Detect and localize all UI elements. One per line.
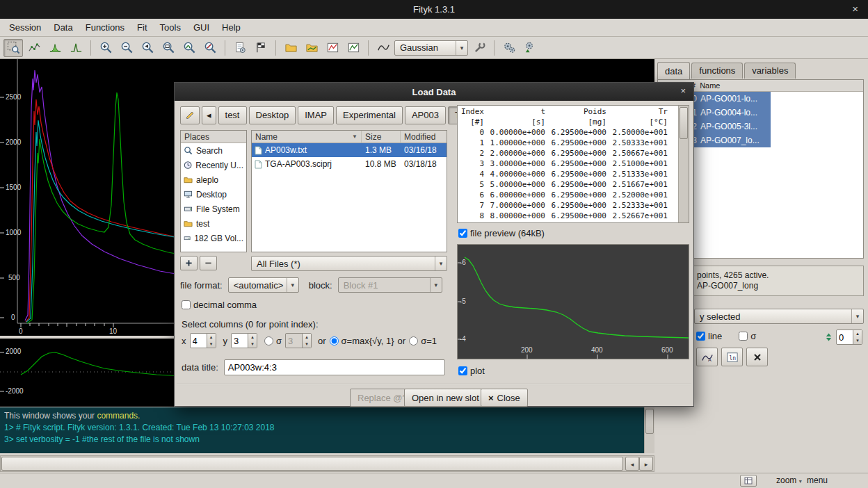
run-fit-gears-icon[interactable]: [499, 39, 519, 57]
gui-config-flag-icon[interactable]: [251, 39, 271, 57]
menu-session[interactable]: Session: [3, 19, 47, 35]
window-close-icon[interactable]: ×: [852, 3, 858, 15]
peak-outline-icon[interactable]: [66, 39, 86, 57]
place-recently-used[interactable]: Recently U...: [181, 158, 246, 172]
spin-up-icon[interactable]: ▴: [207, 334, 216, 341]
tab-functions[interactable]: functions: [691, 63, 743, 79]
console-vscrollbar-thumb[interactable]: [645, 409, 654, 434]
sigma-max-radio-label[interactable]: σ=max{√y, 1}: [330, 336, 394, 346]
menu-gui[interactable]: GUI: [187, 19, 216, 35]
place-home[interactable]: aleplo: [181, 172, 246, 187]
menu-data[interactable]: Data: [47, 19, 79, 35]
place-search[interactable]: Search: [181, 143, 246, 158]
scroll-left-icon[interactable]: ◂: [625, 457, 639, 471]
column-header-size[interactable]: Size: [362, 131, 401, 143]
function-type-select[interactable]: Gaussian ▾: [394, 40, 468, 56]
spin-down-icon[interactable]: ▾: [853, 337, 862, 344]
place-desktop[interactable]: Desktop: [181, 187, 246, 202]
path-button-test[interactable]: test: [218, 106, 247, 124]
status-zoom-button[interactable]: zoom ▾: [776, 475, 802, 485]
console-hscrollbar-thumb[interactable]: [1, 457, 623, 471]
command-console[interactable]: This window shows your commands. 1> # Fi…: [0, 407, 654, 453]
tab-variables[interactable]: variables: [744, 63, 796, 79]
y-column-input[interactable]: [232, 334, 248, 348]
scroll-right-icon[interactable]: ▸: [639, 457, 653, 471]
zoom-out-icon[interactable]: [117, 39, 136, 57]
fit-settings-gears-icon[interactable]: [520, 39, 540, 57]
file-preview-checkbox-label[interactable]: file preview (64kB): [458, 228, 545, 238]
zoom-all-icon[interactable]: [159, 39, 178, 57]
remove-place-button[interactable]: [200, 256, 217, 270]
zoom-mode-icon[interactable]: [3, 39, 23, 57]
zoom-previous-icon[interactable]: [138, 39, 157, 57]
place-test[interactable]: test: [181, 216, 246, 231]
zoom-mouse-icon[interactable]: [200, 39, 220, 57]
add-place-button[interactable]: [180, 256, 198, 270]
preview-vscrollbar[interactable]: [678, 106, 689, 222]
script-icon[interactable]: [230, 39, 250, 57]
path-button-ap003[interactable]: AP003: [405, 106, 446, 124]
spin-up-icon[interactable]: ▴: [248, 334, 257, 341]
preview-vscrollbar-thumb[interactable]: [680, 107, 688, 139]
file-preview-checkbox[interactable]: [458, 229, 467, 238]
line-checkbox[interactable]: [696, 332, 705, 341]
open-data-second-icon[interactable]: [302, 39, 321, 57]
x-column-spinner[interactable]: ▴▾: [190, 333, 216, 348]
plot-checkbox[interactable]: [458, 366, 467, 375]
column-header-name[interactable]: Name ▼: [252, 131, 362, 143]
line-checkbox-label[interactable]: line: [696, 331, 722, 341]
path-scroll-left-button[interactable]: ◂: [202, 106, 216, 124]
function-wave-icon[interactable]: [373, 39, 393, 57]
add-peak-icon[interactable]: [45, 39, 65, 57]
save-image-icon[interactable]: [344, 39, 363, 57]
sigma-checkbox-label[interactable]: σ: [739, 331, 756, 341]
sigma-checkbox[interactable]: [739, 332, 748, 341]
selection-mode-select[interactable]: y selected ▾: [694, 309, 864, 324]
point-size-input[interactable]: [837, 330, 853, 344]
dialog-close-icon[interactable]: ×: [680, 86, 686, 96]
spin-down-icon[interactable]: ▾: [248, 341, 257, 348]
edit-location-button[interactable]: [180, 106, 200, 124]
zoom-in-icon[interactable]: [96, 39, 115, 57]
sigma-one-radio-label[interactable]: σ=1: [409, 336, 437, 346]
path-button-experimental[interactable]: Experimental: [336, 106, 403, 124]
path-button-imap[interactable]: IMAP: [298, 106, 334, 124]
sigma-column-radio-label[interactable]: σ: [264, 336, 282, 346]
sigma-column-radio[interactable]: [264, 336, 273, 345]
console-vscrollbar[interactable]: [644, 407, 654, 453]
decimal-comma-checkbox[interactable]: [182, 300, 191, 309]
file-format-select[interactable]: <automatic> ▾: [228, 277, 299, 293]
data-editor-button[interactable]: ln: [721, 348, 743, 366]
data-points-icon[interactable]: [24, 39, 44, 57]
menu-functions[interactable]: Functions: [79, 19, 131, 35]
close-button[interactable]: × Close: [481, 389, 528, 407]
x-column-input[interactable]: [191, 334, 207, 348]
delete-dataset-button[interactable]: [746, 348, 768, 366]
spin-up-icon[interactable]: ▴: [853, 330, 862, 337]
menu-tools[interactable]: Tools: [154, 19, 187, 35]
tab-data[interactable]: data: [657, 62, 690, 79]
file-row[interactable]: TGA-AP003.sciprj 10.8 MB 03/18/18: [252, 157, 447, 171]
file-row-selected[interactable]: AP003w.txt 1.3 MB 03/16/18: [252, 143, 447, 157]
console-hscrollbar[interactable]: ◂ ▸: [0, 455, 654, 472]
sigma-one-radio[interactable]: [409, 336, 418, 345]
decimal-comma-checkbox-label[interactable]: decimal comma: [182, 300, 257, 310]
define-function-wrench-icon[interactable]: [469, 39, 489, 57]
status-menu-button[interactable]: menu: [807, 475, 828, 485]
path-button-desktop[interactable]: Desktop: [249, 106, 296, 124]
transform-data-button[interactable]: A: [696, 348, 718, 366]
plot-checkbox-label[interactable]: plot: [458, 366, 485, 376]
menu-fit[interactable]: Fit: [131, 19, 153, 35]
y-column-spinner[interactable]: ▴▾: [231, 333, 257, 348]
export-image-icon[interactable]: [323, 39, 342, 57]
data-title-input[interactable]: [224, 359, 445, 375]
place-volume[interactable]: 182 GB Vol...: [181, 231, 246, 245]
point-size-spinner[interactable]: ▴▾: [836, 330, 862, 345]
place-file-system[interactable]: File System: [181, 202, 246, 216]
zoom-vertical-icon[interactable]: [179, 39, 199, 57]
open-data-icon[interactable]: [281, 39, 300, 57]
status-config-button[interactable]: [740, 475, 757, 487]
file-filter-select[interactable]: All Files (*) ▾: [251, 256, 447, 271]
column-header-modified[interactable]: Modified: [401, 131, 444, 143]
spin-down-icon[interactable]: ▾: [207, 341, 216, 348]
